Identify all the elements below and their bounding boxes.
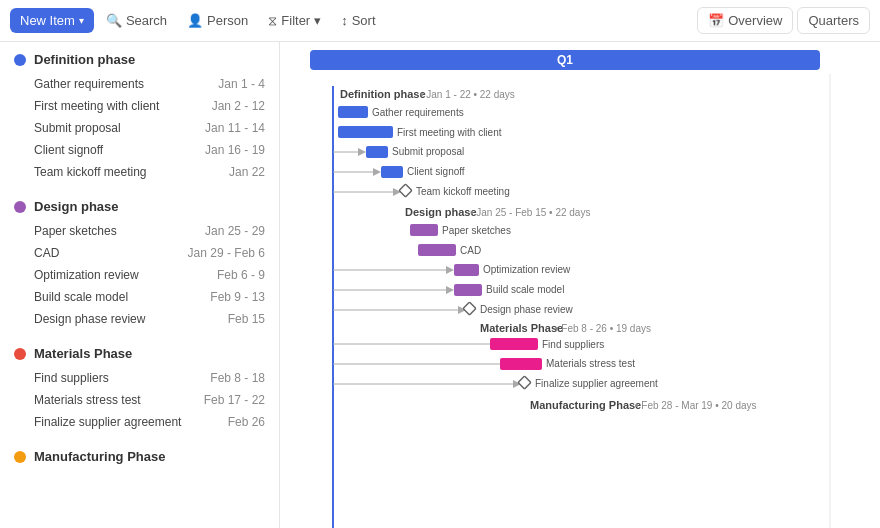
list-item: Team kickoff meeting Jan 22 [0,161,279,183]
svg-text:• Jan 1 - 22 • 22 days: • Jan 1 - 22 • 22 days [420,89,515,100]
task-date: Jan 11 - 14 [205,121,265,135]
svg-text:Client signoff: Client signoff [407,166,465,177]
list-item: Design phase review Feb 15 [0,308,279,330]
svg-rect-13 [381,166,403,178]
task-date: Jan 16 - 19 [205,143,265,157]
task-date: Jan 2 - 12 [212,99,265,113]
svg-rect-27 [454,264,479,276]
svg-text:Gather requirements: Gather requirements [372,107,464,118]
svg-text:• Jan 25 - Feb 15 • 22 days: • Jan 25 - Feb 15 • 22 days [470,207,590,218]
task-name: Find suppliers [34,371,109,385]
task-name: Design phase review [34,312,145,326]
phase-name-manufacturing: Manufacturing Phase [34,449,165,464]
task-date: Jan 29 - Feb 6 [188,246,265,260]
svg-text:Build scale model: Build scale model [486,284,564,295]
svg-text:• Feb 8 - 26 • 19 days: • Feb 8 - 26 • 19 days [555,323,651,334]
svg-rect-21 [410,224,438,236]
task-name: Gather requirements [34,77,144,91]
filter-button[interactable]: ⧖ Filter ▾ [260,8,329,34]
sort-icon: ↕ [341,13,348,28]
svg-text:Design phase: Design phase [405,206,477,218]
svg-rect-35 [463,302,476,315]
phase-name-definition: Definition phase [34,52,135,67]
task-date: Feb 26 [228,415,265,429]
svg-text:Find suppliers: Find suppliers [542,339,604,350]
svg-text:CAD: CAD [460,245,481,256]
task-name: Submit proposal [34,121,121,135]
svg-text:Submit proposal: Submit proposal [392,146,464,157]
svg-rect-23 [418,244,456,256]
chevron-down-icon: ▾ [314,13,321,28]
task-date: Feb 6 - 9 [217,268,265,282]
svg-marker-12 [373,168,381,176]
task-name: Client signoff [34,143,103,157]
svg-text:First meeting with client: First meeting with client [397,127,502,138]
svg-text:Design phase review: Design phase review [480,304,574,315]
sort-button[interactable]: ↕ Sort [333,8,383,33]
task-name: CAD [34,246,59,260]
phase-name-design: Design phase [34,199,119,214]
phase-dot-definition [14,54,26,66]
q1-bar: Q1 [310,50,820,70]
phase-header-design: Design phase [0,189,279,220]
calendar-icon: 📅 [708,13,724,28]
svg-rect-47 [518,376,531,389]
new-item-label: New Item [20,13,75,28]
overview-button[interactable]: 📅 Overview [697,7,793,34]
search-button[interactable]: 🔍 Search [98,8,175,33]
svg-text:Manufacturing Phase: Manufacturing Phase [530,399,641,411]
list-item: Optimization review Feb 6 - 9 [0,264,279,286]
svg-rect-9 [366,146,388,158]
svg-text:Materials Phase: Materials Phase [480,322,563,334]
phase-dot-manufacturing [14,451,26,463]
quarters-button[interactable]: Quarters [797,7,870,34]
svg-rect-5 [338,126,393,138]
toolbar: New Item ▾ 🔍 Search 👤 Person ⧖ Filter ▾ … [0,0,880,42]
person-button[interactable]: 👤 Person [179,8,256,33]
list-item: Build scale model Feb 9 - 13 [0,286,279,308]
list-item: CAD Jan 29 - Feb 6 [0,242,279,264]
list-item: Gather requirements Jan 1 - 4 [0,73,279,95]
task-date: Feb 15 [228,312,265,326]
task-date: Feb 17 - 22 [204,393,265,407]
task-name: Build scale model [34,290,128,304]
new-item-button[interactable]: New Item ▾ [10,8,94,33]
list-item: Paper sketches Jan 25 - 29 [0,220,279,242]
svg-rect-40 [490,338,538,350]
svg-rect-3 [338,106,368,118]
task-date: Feb 8 - 18 [210,371,265,385]
svg-text:Finalize supplier agreement: Finalize supplier agreement [535,378,658,389]
task-name: Materials stress test [34,393,141,407]
svg-text:Paper sketches: Paper sketches [442,225,511,236]
chevron-down-icon: ▾ [79,15,84,26]
svg-text:Team kickoff meeting: Team kickoff meeting [416,186,510,197]
svg-text:• Feb 28 - Mar 19 • 20 days: • Feb 28 - Mar 19 • 20 days [635,400,757,411]
task-name: Paper sketches [34,224,117,238]
task-name: Team kickoff meeting [34,165,147,179]
gantt-svg: Definition phase • Jan 1 - 22 • 22 days … [300,74,850,528]
task-date: Feb 9 - 13 [210,290,265,304]
list-item: First meeting with client Jan 2 - 12 [0,95,279,117]
task-date: Jan 1 - 4 [218,77,265,91]
sort-label: Sort [352,13,376,28]
list-item: Find suppliers Feb 8 - 18 [0,367,279,389]
svg-rect-17 [399,184,412,197]
phase-dot-design [14,201,26,213]
phase-dot-materials [14,348,26,360]
list-item: Submit proposal Jan 11 - 14 [0,117,279,139]
phase-header-manufacturing: Manufacturing Phase [0,439,279,470]
phase-header-definition: Definition phase [0,42,279,73]
phase-name-materials: Materials Phase [34,346,132,361]
task-name: Finalize supplier agreement [34,415,181,429]
quarters-label: Quarters [808,13,859,28]
person-label: Person [207,13,248,28]
list-item: Materials stress test Feb 17 - 22 [0,389,279,411]
main-content: Definition phase Gather requirements Jan… [0,42,880,528]
svg-rect-43 [500,358,542,370]
svg-text:Definition phase: Definition phase [340,88,426,100]
svg-text:Optimization review: Optimization review [483,264,571,275]
gantt-panel[interactable]: Q1 Definition phase • Jan 1 - 22 • 22 da… [280,42,880,528]
left-panel: Definition phase Gather requirements Jan… [0,42,280,528]
svg-marker-26 [446,266,454,274]
svg-marker-30 [446,286,454,294]
